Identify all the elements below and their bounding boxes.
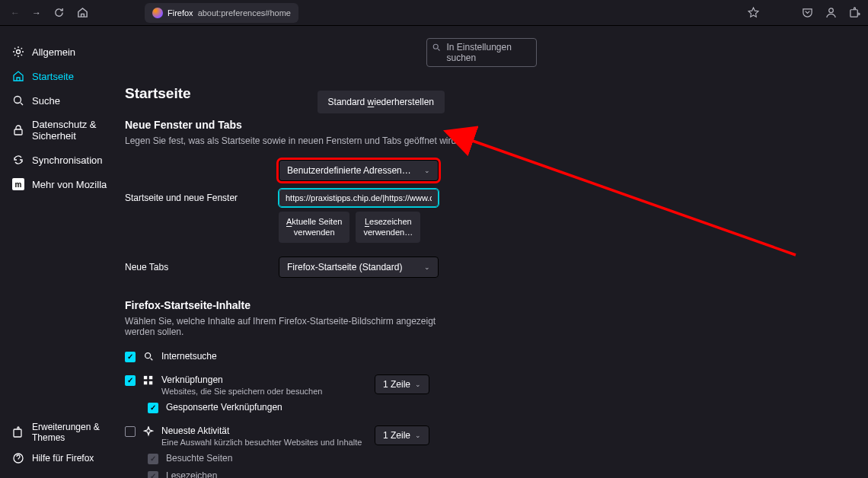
chevron-down-icon: ⌄	[424, 263, 430, 271]
restore-defaults-button[interactable]: Standard wiederherstellen	[318, 91, 445, 113]
search-icon	[12, 94, 24, 107]
section-desc: Wählen Sie, welche Inhalte auf Ihrem Fir…	[125, 316, 445, 337]
select-value: 1 Zeile	[383, 430, 410, 441]
section-title: Firefox-Startseite-Inhalte	[125, 299, 445, 311]
checkbox-label: Internetsuche	[161, 351, 217, 362]
sidebar-item-label: Synchronisation	[32, 155, 103, 166]
homepage-mode-select[interactable]: Benutzerdefinierte Adressen… ⌄	[279, 160, 439, 181]
svg-rect-11	[144, 381, 147, 384]
sidebar-item-home[interactable]: Startseite	[0, 64, 125, 88]
sponsored-checkbox[interactable]	[148, 403, 158, 413]
visited-checkbox	[148, 454, 158, 464]
homepage-label: Startseite und neue Fenster	[125, 193, 279, 203]
newtab-label: Neue Tabs	[125, 262, 279, 272]
puzzle-icon	[12, 426, 24, 438]
svg-rect-10	[149, 375, 152, 378]
sidebar-item-search[interactable]: Suche	[0, 88, 125, 113]
reload-icon[interactable]	[53, 7, 65, 18]
pocket-icon[interactable]	[802, 7, 813, 18]
url-context-label: Firefox	[168, 8, 193, 18]
sidebar-item-label: Hilfe für Firefox	[32, 453, 94, 464]
svg-rect-12	[149, 381, 152, 384]
homepage-url-input[interactable]	[279, 189, 439, 207]
use-bookmark-button[interactable]: Lesezeichenverwenden…	[356, 212, 420, 243]
section-title: Neue Fenster und Tabs	[125, 119, 838, 131]
mozilla-icon: m	[12, 178, 24, 190]
search-icon	[143, 351, 154, 362]
svg-rect-9	[144, 375, 147, 378]
content-area: In Einstellungen suchen Startseite Stand…	[125, 26, 868, 478]
sidebar-item-label: Mehr von Mozilla	[32, 179, 107, 190]
svg-point-3	[14, 97, 21, 104]
browser-toolbar: ← → Firefox about:preferences#home	[0, 0, 868, 26]
account-icon[interactable]	[825, 7, 837, 18]
sidebar: Allgemein Startseite Suche Datenschutz &…	[0, 26, 125, 478]
extensions-icon[interactable]	[849, 7, 860, 18]
select-value: Benutzerdefinierte Adressen…	[287, 165, 411, 176]
svg-rect-4	[14, 129, 22, 135]
url-path: about:preferences#home	[198, 8, 291, 18]
forward-icon[interactable]: →	[32, 8, 41, 18]
home-icon	[12, 70, 24, 82]
chevron-down-icon: ⌄	[424, 167, 430, 174]
sync-icon	[12, 154, 24, 166]
sidebar-item-label: Suche	[32, 95, 60, 107]
svg-point-8	[145, 353, 151, 358]
checkbox-desc: Eine Auswahl kürzlich besuchter Websites…	[161, 438, 367, 447]
shortcuts-rows-select[interactable]: 1 Zeile ⌄	[375, 374, 429, 394]
newtab-mode-select[interactable]: Firefox-Startseite (Standard) ⌄	[279, 257, 439, 278]
sidebar-item-label: Allgemein	[32, 46, 75, 58]
preferences-search[interactable]: In Einstellungen suchen	[426, 38, 537, 67]
sidebar-item-label: Datenschutz & Sicherheit	[32, 119, 113, 142]
section-desc: Legen Sie fest, was als Startseite sowie…	[125, 135, 838, 146]
home-icon[interactable]	[77, 7, 88, 18]
sidebar-item-label: Erweiterungen & Themes	[32, 422, 113, 443]
sidebar-footer-help[interactable]: Hilfe für Firefox	[0, 448, 125, 469]
use-current-pages-button[interactable]: Aktuelle Seitenverwenden	[279, 212, 349, 243]
back-icon[interactable]: ←	[11, 8, 20, 18]
checkbox-label: Verknüpfungen	[161, 374, 367, 385]
svg-rect-1	[850, 10, 857, 17]
firefox-icon	[152, 8, 163, 18]
sidebar-item-general[interactable]: Allgemein	[0, 40, 125, 64]
svg-point-2	[17, 50, 21, 54]
help-icon	[12, 452, 24, 464]
search-icon	[432, 43, 441, 52]
sidebar-item-more[interactable]: m Mehr von Mozilla	[0, 172, 125, 196]
checkbox-label: Besuchte Seiten	[166, 453, 232, 464]
select-value: Firefox-Startseite (Standard)	[287, 262, 402, 272]
checkbox-label: Lesezeichen	[166, 470, 217, 478]
svg-point-0	[829, 8, 834, 13]
activity-rows-select[interactable]: 1 Zeile ⌄	[375, 425, 429, 445]
bookmarks-checkbox	[148, 471, 158, 478]
chevron-down-icon: ⌄	[415, 381, 421, 388]
address-bar[interactable]: Firefox about:preferences#home	[145, 3, 298, 23]
lock-icon	[12, 124, 24, 136]
svg-rect-5	[14, 429, 21, 437]
sidebar-item-privacy[interactable]: Datenschutz & Sicherheit	[0, 113, 125, 148]
checkbox-label: Neueste Aktivität	[161, 425, 367, 436]
websearch-checkbox[interactable]	[125, 352, 136, 362]
gear-icon	[12, 46, 24, 58]
select-value: 1 Zeile	[383, 379, 410, 390]
sparkle-icon	[143, 426, 154, 437]
bookmark-star-icon[interactable]	[748, 7, 759, 18]
checkbox-desc: Websites, die Sie speichern oder besuche…	[161, 387, 367, 396]
sidebar-item-label: Startseite	[32, 71, 74, 82]
svg-point-7	[433, 44, 438, 49]
chevron-down-icon: ⌄	[415, 432, 421, 439]
search-placeholder: In Einstellungen suchen	[447, 42, 512, 63]
page-title: Startseite	[125, 85, 191, 102]
activity-checkbox[interactable]	[125, 426, 136, 437]
checkbox-label: Gesponserte Verknüpfungen	[166, 402, 282, 413]
sidebar-footer-extensions[interactable]: Erweiterungen & Themes	[0, 417, 125, 448]
nav-controls: ← →	[5, 7, 94, 18]
shortcuts-checkbox[interactable]	[125, 375, 136, 386]
sidebar-item-sync[interactable]: Synchronisation	[0, 148, 125, 172]
grid-icon	[143, 375, 154, 386]
